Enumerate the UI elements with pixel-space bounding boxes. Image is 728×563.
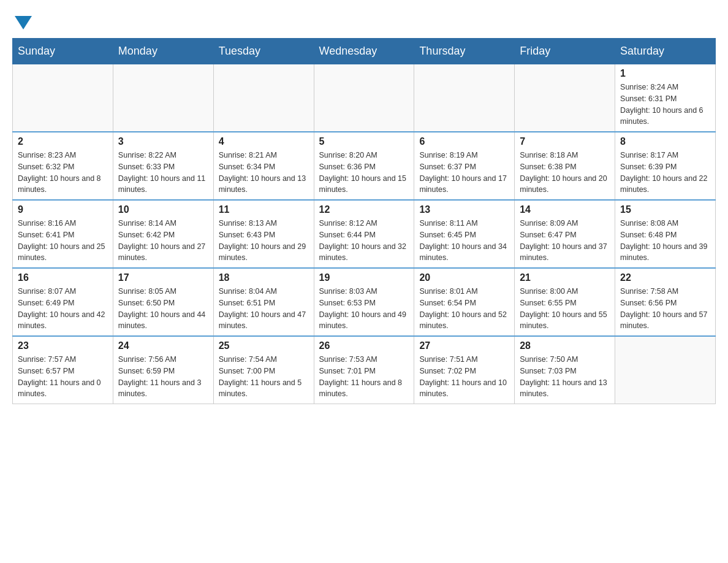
day-info: Sunrise: 7:57 AMSunset: 6:57 PMDaylight:…: [18, 354, 108, 400]
calendar-week-row: 9Sunrise: 8:16 AMSunset: 6:41 PMDaylight…: [13, 200, 716, 268]
page-header: [12, 12, 716, 32]
calendar-cell: 3Sunrise: 8:22 AMSunset: 6:33 PMDaylight…: [113, 132, 213, 200]
day-number: 10: [118, 204, 208, 215]
logo: [12, 12, 32, 32]
calendar-cell: 26Sunrise: 7:53 AMSunset: 7:01 PMDayligh…: [314, 336, 414, 404]
calendar-cell: 20Sunrise: 8:01 AMSunset: 6:54 PMDayligh…: [414, 268, 515, 336]
day-info: Sunrise: 7:54 AMSunset: 7:00 PMDaylight:…: [219, 354, 309, 400]
day-info: Sunrise: 8:01 AMSunset: 6:54 PMDaylight:…: [419, 286, 509, 332]
calendar-cell: 21Sunrise: 8:00 AMSunset: 6:55 PMDayligh…: [515, 268, 615, 336]
calendar-cell: 14Sunrise: 8:09 AMSunset: 6:47 PMDayligh…: [515, 200, 615, 268]
calendar-cell: 19Sunrise: 8:03 AMSunset: 6:53 PMDayligh…: [314, 268, 414, 336]
day-info: Sunrise: 8:07 AMSunset: 6:49 PMDaylight:…: [18, 286, 108, 332]
calendar-cell: 23Sunrise: 7:57 AMSunset: 6:57 PMDayligh…: [13, 336, 113, 404]
day-number: 9: [18, 204, 108, 215]
day-info: Sunrise: 8:17 AMSunset: 6:39 PMDaylight:…: [620, 150, 710, 196]
day-number: 26: [319, 340, 409, 351]
day-number: 4: [219, 136, 309, 147]
day-info: Sunrise: 8:11 AMSunset: 6:45 PMDaylight:…: [419, 218, 509, 264]
calendar-cell: 8Sunrise: 8:17 AMSunset: 6:39 PMDaylight…: [615, 132, 716, 200]
calendar-cell: 2Sunrise: 8:23 AMSunset: 6:32 PMDaylight…: [13, 132, 113, 200]
day-number: 16: [18, 272, 108, 283]
calendar-cell: 5Sunrise: 8:20 AMSunset: 6:36 PMDaylight…: [314, 132, 414, 200]
day-info: Sunrise: 8:24 AMSunset: 6:31 PMDaylight:…: [620, 82, 710, 128]
day-number: 25: [219, 340, 309, 351]
calendar-cell: [213, 64, 314, 132]
day-number: 14: [520, 204, 610, 215]
calendar-cell: 18Sunrise: 8:04 AMSunset: 6:51 PMDayligh…: [213, 268, 314, 336]
day-number: 19: [319, 272, 409, 283]
day-info: Sunrise: 8:23 AMSunset: 6:32 PMDaylight:…: [18, 150, 108, 196]
calendar-cell: [113, 64, 213, 132]
weekday-header-sunday: Sunday: [13, 39, 113, 64]
day-number: 7: [520, 136, 610, 147]
day-number: 24: [118, 340, 208, 351]
day-info: Sunrise: 8:21 AMSunset: 6:34 PMDaylight:…: [219, 150, 309, 196]
calendar-cell: 22Sunrise: 7:58 AMSunset: 6:56 PMDayligh…: [615, 268, 716, 336]
day-number: 13: [419, 204, 509, 215]
svg-marker-0: [15, 16, 32, 29]
calendar-cell: 27Sunrise: 7:51 AMSunset: 7:02 PMDayligh…: [414, 336, 515, 404]
day-info: Sunrise: 8:05 AMSunset: 6:50 PMDaylight:…: [118, 286, 208, 332]
day-info: Sunrise: 8:19 AMSunset: 6:37 PMDaylight:…: [419, 150, 509, 196]
day-number: 3: [118, 136, 208, 147]
day-number: 21: [520, 272, 610, 283]
day-info: Sunrise: 7:51 AMSunset: 7:02 PMDaylight:…: [419, 354, 509, 400]
weekday-header-monday: Monday: [113, 39, 213, 64]
calendar-cell: 16Sunrise: 8:07 AMSunset: 6:49 PMDayligh…: [13, 268, 113, 336]
day-number: 5: [319, 136, 409, 147]
day-info: Sunrise: 7:53 AMSunset: 7:01 PMDaylight:…: [319, 354, 409, 400]
day-number: 11: [219, 204, 309, 215]
calendar-cell: 6Sunrise: 8:19 AMSunset: 6:37 PMDaylight…: [414, 132, 515, 200]
day-info: Sunrise: 8:18 AMSunset: 6:38 PMDaylight:…: [520, 150, 610, 196]
day-number: 28: [520, 340, 610, 351]
day-number: 22: [620, 272, 710, 283]
calendar-week-row: 16Sunrise: 8:07 AMSunset: 6:49 PMDayligh…: [13, 268, 716, 336]
calendar-cell: 28Sunrise: 7:50 AMSunset: 7:03 PMDayligh…: [515, 336, 615, 404]
day-info: Sunrise: 8:00 AMSunset: 6:55 PMDaylight:…: [520, 286, 610, 332]
weekday-header-saturday: Saturday: [615, 39, 716, 64]
calendar-cell: 11Sunrise: 8:13 AMSunset: 6:43 PMDayligh…: [213, 200, 314, 268]
day-info: Sunrise: 8:13 AMSunset: 6:43 PMDaylight:…: [219, 218, 309, 264]
weekday-header-tuesday: Tuesday: [213, 39, 314, 64]
day-info: Sunrise: 8:22 AMSunset: 6:33 PMDaylight:…: [118, 150, 208, 196]
day-number: 2: [18, 136, 108, 147]
day-info: Sunrise: 8:08 AMSunset: 6:48 PMDaylight:…: [620, 218, 710, 264]
day-info: Sunrise: 7:58 AMSunset: 6:56 PMDaylight:…: [620, 286, 710, 332]
calendar-week-row: 23Sunrise: 7:57 AMSunset: 6:57 PMDayligh…: [13, 336, 716, 404]
day-info: Sunrise: 8:14 AMSunset: 6:42 PMDaylight:…: [118, 218, 208, 264]
day-info: Sunrise: 8:12 AMSunset: 6:44 PMDaylight:…: [319, 218, 409, 264]
calendar-cell: [515, 64, 615, 132]
weekday-header-thursday: Thursday: [414, 39, 515, 64]
calendar-cell: 13Sunrise: 8:11 AMSunset: 6:45 PMDayligh…: [414, 200, 515, 268]
calendar-cell: 24Sunrise: 7:56 AMSunset: 6:59 PMDayligh…: [113, 336, 213, 404]
calendar-cell: [615, 336, 716, 404]
calendar-cell: 17Sunrise: 8:05 AMSunset: 6:50 PMDayligh…: [113, 268, 213, 336]
day-number: 17: [118, 272, 208, 283]
calendar-cell: 4Sunrise: 8:21 AMSunset: 6:34 PMDaylight…: [213, 132, 314, 200]
day-number: 12: [319, 204, 409, 215]
calendar-table: SundayMondayTuesdayWednesdayThursdayFrid…: [12, 38, 716, 404]
weekday-header-row: SundayMondayTuesdayWednesdayThursdayFrid…: [13, 39, 716, 64]
day-number: 27: [419, 340, 509, 351]
calendar-cell: 7Sunrise: 8:18 AMSunset: 6:38 PMDaylight…: [515, 132, 615, 200]
day-info: Sunrise: 8:16 AMSunset: 6:41 PMDaylight:…: [18, 218, 108, 264]
day-info: Sunrise: 8:04 AMSunset: 6:51 PMDaylight:…: [219, 286, 309, 332]
day-number: 20: [419, 272, 509, 283]
day-number: 18: [219, 272, 309, 283]
calendar-week-row: 2Sunrise: 8:23 AMSunset: 6:32 PMDaylight…: [13, 132, 716, 200]
calendar-cell: 15Sunrise: 8:08 AMSunset: 6:48 PMDayligh…: [615, 200, 716, 268]
day-info: Sunrise: 7:50 AMSunset: 7:03 PMDaylight:…: [520, 354, 610, 400]
weekday-header-friday: Friday: [515, 39, 615, 64]
day-number: 15: [620, 204, 710, 215]
calendar-cell: 9Sunrise: 8:16 AMSunset: 6:41 PMDaylight…: [13, 200, 113, 268]
day-info: Sunrise: 7:56 AMSunset: 6:59 PMDaylight:…: [118, 354, 208, 400]
calendar-cell: 1Sunrise: 8:24 AMSunset: 6:31 PMDaylight…: [615, 64, 716, 132]
weekday-header-wednesday: Wednesday: [314, 39, 414, 64]
logo-triangle-icon: [15, 16, 32, 29]
calendar-cell: [13, 64, 113, 132]
day-number: 8: [620, 136, 710, 147]
day-number: 6: [419, 136, 509, 147]
day-number: 1: [620, 68, 710, 79]
day-number: 23: [18, 340, 108, 351]
